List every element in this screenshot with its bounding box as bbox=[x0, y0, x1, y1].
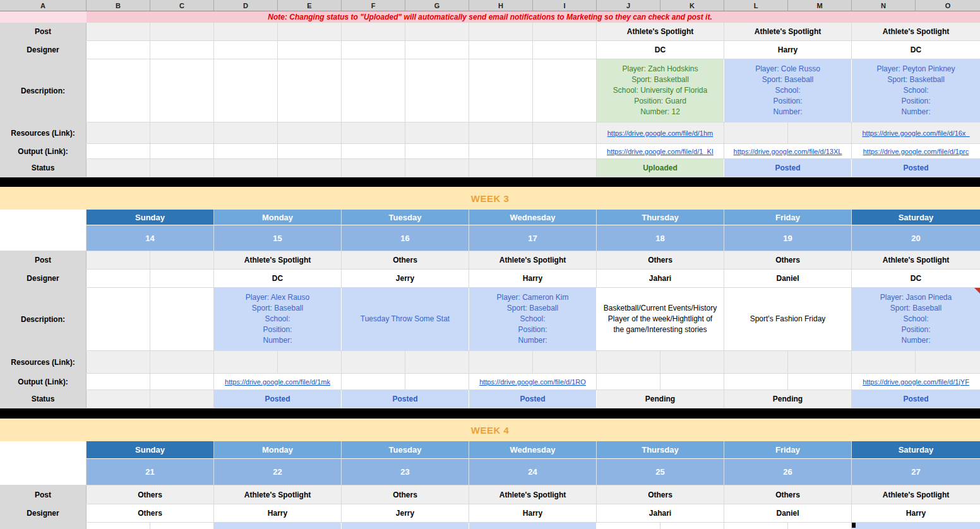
cell-week2-thursday-description[interactable]: Player: Zach HodskinsSport: BasketballSc… bbox=[597, 59, 724, 122]
date-week4-saturday[interactable]: 27 bbox=[852, 459, 980, 485]
week3-dates-corner[interactable] bbox=[0, 225, 87, 251]
date-week4-tuesday[interactable]: 23 bbox=[342, 459, 469, 485]
date-week4-friday[interactable]: 26 bbox=[724, 459, 852, 485]
cell-week4-monday-description[interactable] bbox=[214, 523, 342, 529]
column-header-J[interactable]: J bbox=[597, 0, 660, 11]
cell-week3-sunday-resources[interactable] bbox=[87, 351, 214, 373]
row-label-resources[interactable]: Resources (Link): bbox=[0, 122, 87, 143]
cell-week2-thursday-status[interactable]: Uploaded bbox=[597, 159, 724, 177]
cell-week2-monday-status[interactable] bbox=[214, 159, 342, 177]
cell-week4-thursday-designer[interactable]: Jahari bbox=[597, 504, 724, 522]
week4-dates-corner[interactable] bbox=[0, 459, 87, 485]
cell-week2-monday-resources[interactable] bbox=[214, 122, 342, 143]
day-header-week3-thursday[interactable]: Thursday bbox=[597, 210, 724, 225]
cell-week4-wednesday-post[interactable]: Athlete's Spotlight bbox=[469, 485, 597, 504]
cell-week3-thursday-output[interactable] bbox=[597, 374, 724, 389]
cell-week4-tuesday-description[interactable] bbox=[342, 523, 469, 529]
day-header-week4-monday[interactable]: Monday bbox=[214, 441, 342, 458]
day-header-week4-tuesday[interactable]: Tuesday bbox=[342, 441, 469, 458]
output-drive-link[interactable]: https://drive.google.com/file/d/13XL bbox=[734, 148, 842, 155]
cell-week2-saturday-resources[interactable]: https://drive.google.com/file/d/16x_ bbox=[852, 122, 980, 143]
date-week3-sunday[interactable]: 14 bbox=[87, 225, 214, 251]
output-drive-link[interactable]: https://drive.google.com/file/d/1prc bbox=[863, 148, 969, 155]
cell-week4-thursday-post[interactable]: Others bbox=[597, 485, 724, 504]
date-week4-sunday[interactable]: 21 bbox=[87, 459, 214, 485]
cell-week3-monday-description[interactable]: Player: Alex RausoSport: BaseballSchool:… bbox=[214, 288, 342, 350]
column-header-O[interactable]: O bbox=[916, 0, 980, 11]
day-header-week3-monday[interactable]: Monday bbox=[214, 210, 342, 225]
column-header-A[interactable]: A bbox=[0, 0, 87, 11]
column-header-L[interactable]: L bbox=[724, 0, 788, 11]
cell-week2-saturday-status[interactable]: Posted bbox=[852, 159, 980, 177]
cell-week4-tuesday-post[interactable]: Others bbox=[342, 485, 469, 504]
cell-week2-tuesday-post[interactable] bbox=[342, 23, 469, 40]
cell-week3-wednesday-designer[interactable]: Harry bbox=[469, 270, 597, 287]
cell-week2-saturday-post[interactable]: Athlete's Spotlight bbox=[852, 23, 980, 40]
row-label-description-partial[interactable] bbox=[0, 523, 87, 529]
column-header-C[interactable]: C bbox=[150, 0, 214, 11]
column-header-M[interactable]: M bbox=[788, 0, 852, 11]
row-label-description[interactable]: Description: bbox=[0, 59, 87, 122]
cell-week4-saturday-post[interactable]: Athlete's Spotlight bbox=[852, 485, 980, 504]
day-header-week3-tuesday[interactable]: Tuesday bbox=[342, 210, 469, 225]
column-header-F[interactable]: F bbox=[342, 0, 405, 11]
column-header-G[interactable]: G bbox=[405, 0, 469, 11]
cell-week2-wednesday-description[interactable] bbox=[469, 59, 597, 122]
cell-week2-friday-description[interactable]: Player: Cole RussoSport: BaseballSchool:… bbox=[724, 59, 852, 122]
cell-week3-friday-resources[interactable] bbox=[724, 351, 852, 373]
cell-week3-wednesday-status[interactable]: Posted bbox=[469, 390, 597, 408]
cell-week2-saturday-designer[interactable]: DC bbox=[852, 41, 980, 59]
cell-week3-tuesday-status[interactable]: Posted bbox=[342, 390, 469, 408]
week4-daynames-corner[interactable] bbox=[0, 441, 87, 458]
cell-week3-thursday-resources[interactable] bbox=[597, 351, 724, 373]
date-week3-friday[interactable]: 19 bbox=[724, 225, 852, 251]
day-header-week4-sunday[interactable]: Sunday bbox=[87, 441, 214, 458]
cell-week3-sunday-status[interactable] bbox=[87, 390, 214, 408]
cell-week4-saturday-description[interactable] bbox=[852, 523, 980, 529]
cell-week3-tuesday-output[interactable] bbox=[342, 374, 469, 389]
cell-week3-friday-output[interactable] bbox=[724, 374, 852, 389]
cell-week3-tuesday-designer[interactable]: Jerry bbox=[342, 270, 469, 287]
day-header-week3-saturday[interactable]: Saturday bbox=[852, 210, 980, 225]
cell-week2-saturday-output[interactable]: https://drive.google.com/file/d/1prc bbox=[852, 144, 980, 158]
cell-week2-saturday-description[interactable]: Player: Peyton PinkneySport: BasketballS… bbox=[852, 59, 980, 122]
cell-week3-wednesday-resources[interactable] bbox=[469, 351, 597, 373]
cell-week2-thursday-resources[interactable]: https://drive.google.com/file/d/1hm bbox=[597, 122, 724, 143]
week4-banner[interactable]: WEEK 4 bbox=[0, 419, 980, 441]
cell-week4-monday-post[interactable]: Athlete's Spotlight bbox=[214, 485, 342, 504]
row-label-output[interactable]: Output (Link): bbox=[0, 144, 87, 158]
output-drive-link[interactable]: https://drive.google.com/file/d/1jYF bbox=[863, 378, 969, 386]
row-label-designer[interactable]: Designer bbox=[0, 270, 87, 287]
cell-week2-sunday-resources[interactable] bbox=[87, 122, 214, 143]
date-week4-wednesday[interactable]: 24 bbox=[469, 459, 597, 485]
row-label-resources[interactable]: Resources (Link): bbox=[0, 351, 87, 373]
cell-week4-sunday-description[interactable] bbox=[87, 523, 214, 529]
selection-fill-handle[interactable] bbox=[852, 523, 856, 528]
output-drive-link[interactable]: https://drive.google.com/file/d/1mk bbox=[225, 378, 330, 386]
cell-week3-saturday-status[interactable]: Posted bbox=[852, 390, 980, 408]
cell-week3-friday-status[interactable]: Pending bbox=[724, 390, 852, 408]
cell-week3-monday-status[interactable]: Posted bbox=[214, 390, 342, 408]
cell-week3-friday-designer[interactable]: Daniel bbox=[724, 270, 852, 287]
cell-week4-sunday-designer[interactable]: Others bbox=[87, 504, 214, 522]
cell-week3-thursday-status[interactable]: Pending bbox=[597, 390, 724, 408]
output-drive-link[interactable]: https://drive.google.com/file/d/1RO bbox=[479, 378, 586, 386]
cell-week3-friday-description[interactable]: Sport's Fashion Friday bbox=[724, 288, 852, 350]
row-label-description[interactable]: Description: bbox=[0, 288, 87, 350]
cell-week2-wednesday-status[interactable] bbox=[469, 159, 597, 177]
cell-week2-thursday-post[interactable]: Athlete's Spotlight bbox=[597, 23, 724, 40]
output-drive-link[interactable]: https://drive.google.com/file/d/1_KI bbox=[607, 148, 714, 155]
cell-week2-monday-post[interactable] bbox=[214, 23, 342, 40]
day-header-week4-thursday[interactable]: Thursday bbox=[597, 441, 724, 458]
row-label-designer[interactable]: Designer bbox=[0, 504, 87, 522]
date-week3-wednesday[interactable]: 17 bbox=[469, 225, 597, 251]
date-week3-saturday[interactable]: 20 bbox=[852, 225, 980, 251]
cell-week3-tuesday-description[interactable]: Tuesday Throw Some Stat bbox=[342, 288, 469, 350]
column-header-E[interactable]: E bbox=[278, 0, 342, 11]
cell-week4-friday-post[interactable]: Others bbox=[724, 485, 852, 504]
cell-week2-thursday-designer[interactable]: DC bbox=[597, 41, 724, 59]
cell-week2-thursday-output[interactable]: https://drive.google.com/file/d/1_KI bbox=[597, 144, 724, 158]
day-header-week3-sunday[interactable]: Sunday bbox=[87, 210, 214, 225]
cell-week4-wednesday-description[interactable] bbox=[469, 523, 597, 529]
date-week4-monday[interactable]: 22 bbox=[214, 459, 342, 485]
